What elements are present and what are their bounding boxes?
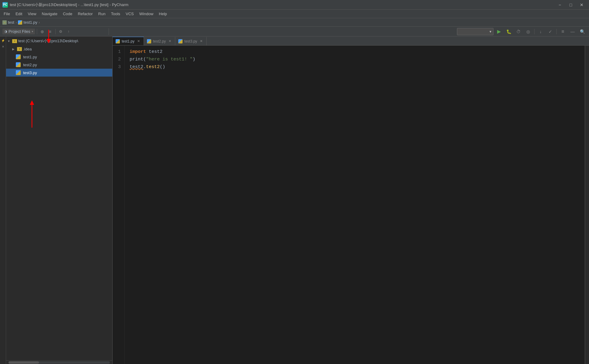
coverage-button[interactable]: ◎ <box>524 28 532 36</box>
print-str: "here is test1! " <box>146 56 193 63</box>
tree-arrow-root: ▼ <box>7 39 11 43</box>
toolbar: ◑ Project Files ▾ ⊕ ≡ ⚙ ↑ ▾ ▶ 🐛 ⏱ ◎ ↓ ✓ <box>0 27 589 36</box>
project-files-dropdown[interactable]: ◑ Project Files ▾ <box>2 29 35 34</box>
print-paren-open: ( <box>143 56 146 63</box>
py-icon <box>18 20 22 25</box>
minimize-button[interactable]: − <box>555 0 565 10</box>
line-num-3: 3 <box>113 63 123 71</box>
main-area: ⚡ ✕ ▼ ▪ test (C:\Users\小新pro13\Desktop\ … <box>0 36 589 364</box>
scope-btn[interactable]: ⊕ <box>39 28 46 35</box>
left-icon-2[interactable]: ✕ <box>0 44 6 49</box>
line-num-2: 2 <box>113 56 123 63</box>
tab-test1-icon <box>116 39 120 43</box>
tree-item-test1[interactable]: test1.py <box>6 53 112 61</box>
toolbar-sep2 <box>55 29 56 34</box>
right-gutter <box>585 46 589 364</box>
breadcrumb-sep2: › <box>39 20 40 25</box>
project-scrollbar[interactable] <box>6 360 112 364</box>
search-btn[interactable]: 🔍 <box>578 28 587 36</box>
test2-parens: () <box>160 64 165 71</box>
test2-module-ref: test2 <box>130 64 143 71</box>
tab-test1-label: test1.py <box>122 39 134 43</box>
tab-test3-close[interactable]: ✕ <box>199 39 203 43</box>
breadcrumb-folder[interactable]: ▪ test <box>2 20 14 25</box>
project-panel: ▼ ▪ test (C:\Users\小新pro13\Desktop\ ▶ ▪ … <box>6 36 113 364</box>
idea-folder-icon: ▪ <box>17 47 22 51</box>
menu-bar: File Edit View Navigate Code Refactor Ru… <box>0 10 589 18</box>
vcs-update-button[interactable]: ↓ <box>536 28 545 36</box>
test3-py-icon <box>16 70 21 75</box>
tab-test1-close[interactable]: ✕ <box>136 39 141 43</box>
code-content[interactable]: import test2 print ( "here is test1! " )… <box>125 46 585 364</box>
settings-btn[interactable]: ⚙ <box>58 28 64 35</box>
print-kw: print <box>130 56 143 63</box>
tree-item-idea[interactable]: ▶ ▪ .idea <box>6 45 112 53</box>
tab-test1[interactable]: test1.py ✕ <box>113 37 144 45</box>
menu-refactor[interactable]: Refactor <box>75 11 95 17</box>
window-title: test [C:\Users\小新pro13\Desktop\test] - .… <box>10 2 128 8</box>
close-panel-btn[interactable]: — <box>568 28 577 36</box>
line-numbers: 1 2 3 <box>113 46 125 364</box>
tree-arrow-idea: ▶ <box>12 47 16 51</box>
menu-vcs[interactable]: VCS <box>123 11 136 17</box>
collapse-btn[interactable]: ↑ <box>65 28 72 35</box>
tree-item-test3[interactable]: test3.py <box>6 69 112 77</box>
import-module: test2 <box>146 48 162 56</box>
terminal-btn[interactable]: ≡ <box>559 28 567 36</box>
dot: . <box>143 64 146 71</box>
menu-tools[interactable]: Tools <box>109 11 123 17</box>
breadcrumb-sep: › <box>16 20 17 25</box>
tree-label-test1: test1.py <box>23 55 37 59</box>
project-files-chevron: ▾ <box>32 30 33 33</box>
tab-test3-icon <box>178 39 183 43</box>
close-button[interactable]: ✕ <box>577 0 587 10</box>
test2-py-icon <box>16 62 21 67</box>
run-button[interactable]: ▶ <box>495 28 503 36</box>
print-paren-close: ) <box>193 56 195 63</box>
editor-area: test1.py ✕ test2.py ✕ test3.py ✕ 1 <box>113 36 589 364</box>
tree-item-test2[interactable]: test2.py <box>6 61 112 69</box>
tab-test2[interactable]: test2.py ✕ <box>144 37 175 45</box>
file-tree: ▼ ▪ test (C:\Users\小新pro13\Desktop\ ▶ ▪ … <box>6 36 112 360</box>
tab-test3-label: test3.py <box>184 39 197 43</box>
root-folder-icon: ▪ <box>12 39 17 43</box>
tree-label-test2: test2.py <box>23 63 37 67</box>
code-editor[interactable]: 1 2 3 import test2 print ( "here is test… <box>113 46 589 364</box>
run-config-dropdown[interactable]: ▾ <box>457 28 493 35</box>
menu-window[interactable]: Window <box>137 11 156 17</box>
toolbar-sep <box>37 29 37 34</box>
menu-file[interactable]: File <box>1 11 12 17</box>
breadcrumb-bar: ▪ test › test1.py › <box>0 18 589 27</box>
left-sidebar: ⚡ ✕ <box>0 36 6 364</box>
kw-import: import <box>130 48 146 56</box>
debug-button[interactable]: 🐛 <box>504 28 513 36</box>
line-num-1: 1 <box>113 48 123 56</box>
flatten-btn[interactable]: ≡ <box>47 28 54 35</box>
breadcrumb-file[interactable]: test1.py <box>18 20 37 25</box>
menu-edit[interactable]: Edit <box>13 11 25 17</box>
title-bar: PC test [C:\Users\小新pro13\Desktop\test] … <box>0 0 589 10</box>
tab-test2-close[interactable]: ✕ <box>168 39 172 43</box>
tab-test2-label: test2.py <box>153 39 166 43</box>
maximize-button[interactable]: □ <box>566 0 576 10</box>
menu-navigate[interactable]: Navigate <box>39 11 60 17</box>
tree-item-root[interactable]: ▼ ▪ test (C:\Users\小新pro13\Desktop\ <box>6 37 112 45</box>
menu-code[interactable]: Code <box>61 11 75 17</box>
tab-test3[interactable]: test3.py ✕ <box>175 37 207 45</box>
menu-help[interactable]: Help <box>156 11 169 17</box>
menu-view[interactable]: View <box>25 11 39 17</box>
project-files-label: Project Files <box>9 29 30 34</box>
folder-icon: ▪ <box>2 20 7 25</box>
tree-label-root: test (C:\Users\小新pro13\Desktop\ <box>18 38 78 44</box>
left-icon-1[interactable]: ⚡ <box>0 38 6 43</box>
app-icon: PC <box>2 2 8 8</box>
tree-label-test3: test3.py <box>23 70 37 75</box>
profile-button[interactable]: ⏱ <box>514 28 523 36</box>
menu-run[interactable]: Run <box>96 11 108 17</box>
test2-func: test2 <box>146 64 160 71</box>
code-line-2: print ( "here is test1! " ) <box>130 56 585 63</box>
vcs-commit-button[interactable]: ✓ <box>546 28 555 36</box>
tab-test2-icon <box>147 39 151 43</box>
test1-py-icon <box>16 54 21 59</box>
tabs-bar: test1.py ✕ test2.py ✕ test3.py ✕ <box>113 36 589 46</box>
